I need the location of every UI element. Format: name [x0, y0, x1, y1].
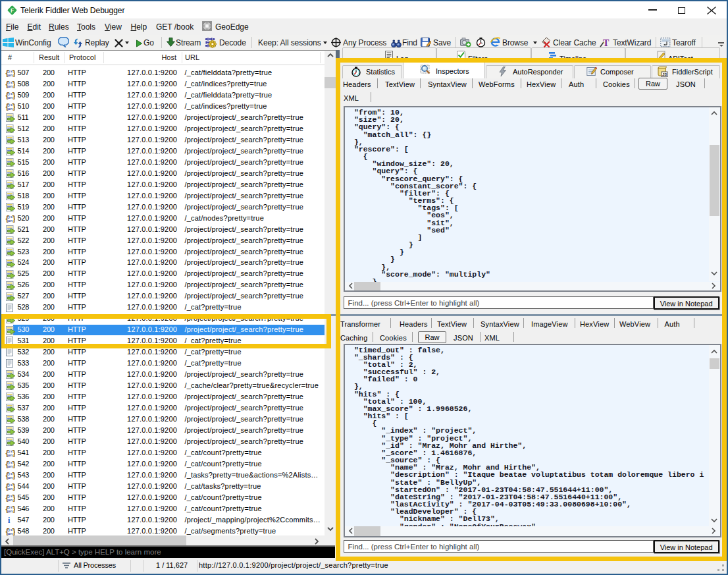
- svg-text:on: on: [8, 487, 13, 491]
- svg-text:on: on: [8, 476, 13, 479]
- svg-text:on: on: [8, 464, 13, 468]
- svg-text:i: i: [8, 516, 11, 524]
- svg-text:on: on: [8, 219, 13, 223]
- svg-text:on: on: [8, 453, 13, 457]
- svg-text:F: F: [11, 7, 14, 14]
- svg-text:on: on: [8, 498, 13, 502]
- svg-text:on: on: [8, 73, 13, 77]
- svg-text:on: on: [8, 96, 13, 99]
- svg-text:on: on: [8, 509, 13, 513]
- svg-text:on: on: [8, 84, 13, 88]
- svg-text:on: on: [8, 107, 13, 111]
